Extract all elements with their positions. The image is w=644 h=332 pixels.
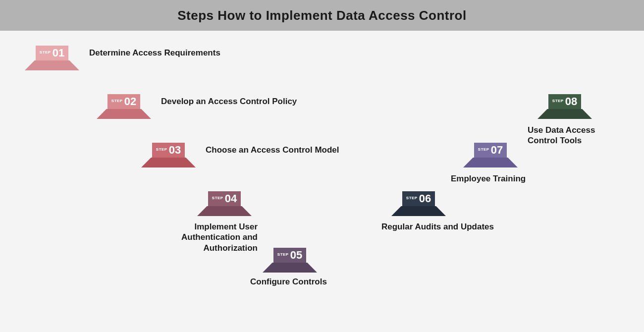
pedestal-icon: STEP 04 xyxy=(197,191,252,216)
step-08: STEP 08 xyxy=(537,94,592,119)
step-number: 04 xyxy=(225,193,237,204)
step-word: STEP xyxy=(478,147,489,152)
step-number: 08 xyxy=(565,96,577,107)
step-04-label: Implement User Authentication and Author… xyxy=(159,221,258,253)
pedestal-base xyxy=(537,109,592,119)
step-03: STEP 03 xyxy=(141,143,196,167)
pedestal-top: STEP 08 xyxy=(548,94,581,109)
pedestal-top: STEP 03 xyxy=(152,143,185,158)
pedestal-icon: STEP 06 xyxy=(391,191,446,216)
step-05-label: Configure Controls xyxy=(250,277,327,287)
step-number: 03 xyxy=(169,145,181,156)
step-number: 02 xyxy=(124,96,136,107)
step-word: STEP xyxy=(111,99,123,103)
step-number: 05 xyxy=(290,250,302,261)
pedestal-top: STEP 07 xyxy=(474,143,507,158)
pedestal-icon: STEP 07 xyxy=(463,143,518,167)
step-word: STEP xyxy=(406,196,418,200)
pedestal-icon: STEP 03 xyxy=(141,143,196,167)
pedestal-base xyxy=(197,206,252,216)
step-word: STEP xyxy=(277,252,289,257)
step-word: STEP xyxy=(212,196,223,200)
pedestal-icon: STEP 02 xyxy=(97,94,151,119)
step-02: STEP 02 xyxy=(97,94,151,119)
step-08-label: Use Data Access Control Tools xyxy=(528,125,609,146)
step-number: 07 xyxy=(491,145,503,156)
pedestal-base xyxy=(391,206,446,216)
step-word: STEP xyxy=(156,147,167,152)
pedestal-top: STEP 01 xyxy=(36,46,68,60)
step-02-label: Develop an Access Control Policy xyxy=(161,96,297,107)
step-number: 06 xyxy=(419,193,431,204)
pedestal-top: STEP 02 xyxy=(107,94,140,109)
pedestal-base xyxy=(141,158,196,167)
pedestal-base xyxy=(463,158,518,167)
pedestal-icon: STEP 01 xyxy=(25,46,79,70)
step-06: STEP 06 xyxy=(391,191,446,216)
step-04: STEP 04 xyxy=(197,191,252,216)
step-07-label: Employee Training xyxy=(451,173,526,184)
pedestal-top: STEP 05 xyxy=(273,248,306,263)
step-01-label: Determine Access Requirements xyxy=(89,48,220,58)
step-word: STEP xyxy=(40,50,51,55)
pedestal-top: STEP 06 xyxy=(402,191,435,206)
diagram-canvas: STEP 01 Determine Access Requirements ST… xyxy=(0,31,644,332)
step-06-label: Regular Audits and Updates xyxy=(381,221,494,232)
page-title: Steps How to Implement Data Access Contr… xyxy=(177,8,466,23)
step-07: STEP 07 xyxy=(463,143,518,167)
pedestal-base xyxy=(97,109,151,119)
pedestal-icon: STEP 08 xyxy=(537,94,592,119)
step-word: STEP xyxy=(552,99,564,103)
step-number: 01 xyxy=(53,48,64,58)
title-bar: Steps How to Implement Data Access Contr… xyxy=(0,0,644,31)
pedestal-top: STEP 04 xyxy=(208,191,241,206)
step-01: STEP 01 xyxy=(25,46,79,70)
pedestal-base xyxy=(25,60,79,70)
step-05: STEP 05 xyxy=(263,248,317,273)
step-03-label: Choose an Access Control Model xyxy=(206,145,339,155)
pedestal-icon: STEP 05 xyxy=(263,248,317,273)
pedestal-base xyxy=(263,263,317,273)
